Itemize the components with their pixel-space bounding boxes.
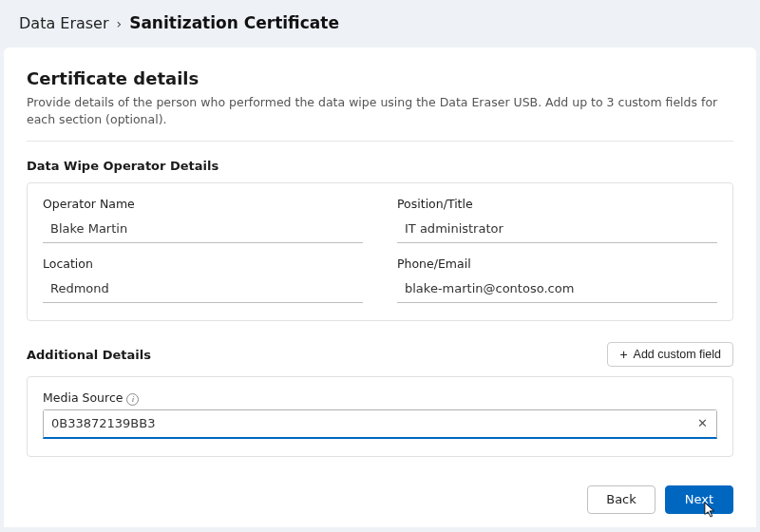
add-custom-field-button[interactable]: + Add custom field (607, 342, 733, 367)
additional-section-title-row: Additional Details + Add custom field (4, 342, 756, 376)
operator-section-title: Data Wipe Operator Details (4, 159, 756, 182)
location-label: Location (43, 256, 363, 271)
contact-field: Phone/Email (397, 256, 717, 303)
page-subtitle: Provide details of the person who perfor… (27, 94, 733, 127)
breadcrumb-current: Sanitization Certificate (129, 13, 339, 32)
operator-section-title-text: Data Wipe Operator Details (27, 159, 218, 173)
media-source-input[interactable] (44, 410, 716, 437)
position-field: Position/Title (397, 197, 717, 243)
location-field: Location (43, 256, 363, 303)
contact-label: Phone/Email (397, 256, 717, 271)
breadcrumb-root[interactable]: Data Eraser (19, 14, 109, 32)
add-custom-field-label: Add custom field (634, 348, 721, 361)
clear-input-button[interactable]: ✕ (694, 415, 711, 432)
operator-name-input[interactable] (43, 215, 363, 243)
media-source-field: Media Source i ✕ (43, 390, 717, 439)
media-source-input-wrap: ✕ (43, 409, 717, 439)
back-button[interactable]: Back (587, 485, 656, 514)
position-input[interactable] (397, 215, 717, 243)
plus-icon: + (619, 348, 627, 361)
page-card: Certificate details Provide details of t… (4, 48, 756, 527)
additional-section-title: Additional Details (27, 348, 151, 362)
divider (27, 141, 733, 142)
operator-name-label: Operator Name (43, 197, 363, 211)
next-button[interactable]: Next (665, 485, 733, 514)
info-icon[interactable]: i (126, 393, 139, 406)
additional-panel: Media Source i ✕ (27, 376, 733, 457)
breadcrumb: Data Eraser › Sanitization Certificate (0, 0, 760, 48)
operator-panel: Operator Name Position/Title Location Ph… (27, 182, 733, 321)
operator-name-field: Operator Name (43, 197, 363, 243)
close-icon: ✕ (697, 416, 708, 430)
contact-input[interactable] (397, 275, 717, 303)
media-source-label-row: Media Source i (43, 390, 717, 406)
footer: Back Next (4, 478, 756, 527)
position-label: Position/Title (397, 197, 717, 211)
chevron-right-icon: › (117, 16, 123, 31)
page-title: Certificate details (27, 68, 733, 88)
media-source-label: Media Source (43, 390, 123, 405)
page-header: Certificate details Provide details of t… (4, 48, 756, 141)
next-button-label: Next (685, 492, 713, 506)
location-input[interactable] (43, 275, 363, 303)
